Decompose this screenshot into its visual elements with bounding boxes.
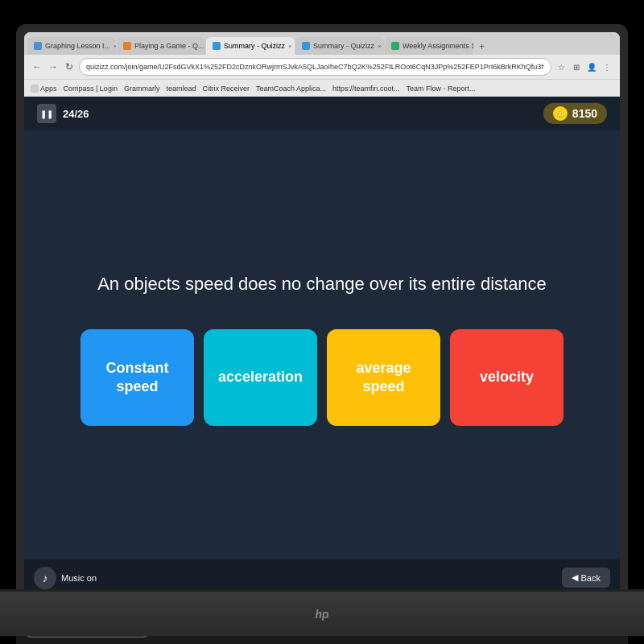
question-area: An objects speed does no change over its… <box>24 130 620 559</box>
bookmark-star-icon[interactable]: ☆ <box>555 60 568 73</box>
tab-playing-icon <box>123 42 131 50</box>
laptop-frame: Graphing Lesson I... × Playing a Game - … <box>16 24 628 596</box>
tab-summary2-label: Summary - Quizizz <box>313 42 374 50</box>
forward-nav-button[interactable]: → <box>47 60 60 73</box>
back-label: Back <box>581 573 601 583</box>
bookmark-teamlead[interactable]: teamlead <box>166 85 196 93</box>
bookmark-teamcoach[interactable]: TeamCoach Applica... <box>256 85 326 93</box>
tab-summary-1[interactable]: Summary - Quizizz × <box>206 37 295 55</box>
tab-graphing[interactable]: Graphing Lesson I... × <box>27 37 116 55</box>
tab-graphing-close[interactable]: × <box>114 43 116 50</box>
bookmark-grammarly[interactable]: Grammarly <box>124 85 160 93</box>
tab-weekly[interactable]: Weekly Assignments 1/2... × <box>385 37 473 55</box>
bookmark-apps-icon <box>31 85 39 93</box>
score-badge: 🪙 8150 <box>543 103 607 124</box>
pause-button[interactable]: ❚❚ <box>37 104 56 123</box>
pause-icon: ❚❚ <box>40 109 53 118</box>
address-input[interactable] <box>79 58 551 76</box>
music-button[interactable]: ♪ Music on <box>34 567 97 589</box>
answer-card-4[interactable]: velocity <box>450 329 564 426</box>
bookmark-teamflow[interactable]: Team Flow - Report... <box>407 85 476 93</box>
answer-card-3[interactable]: average speed <box>327 329 440 426</box>
tab-graphing-label: Graphing Lesson I... <box>45 42 110 50</box>
tab-summary2-close[interactable]: × <box>378 43 382 50</box>
answer-text-4: velocity <box>480 368 534 386</box>
tab-playing-label: Playing a Game - Q... <box>134 42 204 50</box>
tab-graphing-icon <box>34 42 42 50</box>
tab-playing[interactable]: Playing a Game - Q... × <box>117 37 205 55</box>
answer-card-2[interactable]: acceleration <box>204 329 317 426</box>
screen-bezel: Graphing Lesson I... × Playing a Game - … <box>24 32 620 596</box>
tab-summary1-close[interactable]: × <box>288 43 292 50</box>
bookmark-compass[interactable]: Compass | Login <box>64 85 118 93</box>
bookmarks-bar: Apps Compass | Login Grammarly teamlead … <box>24 79 620 97</box>
tab-weekly-label: Weekly Assignments 1/2... <box>402 42 473 50</box>
address-bar-row: ← → ↻ ☆ ⊞ 👤 ⋮ <box>24 55 620 79</box>
tab-summary-2[interactable]: Summary - Quizizz × <box>295 37 384 55</box>
laptop-bottom: hp <box>0 592 644 636</box>
answer-text-2: acceleration <box>218 368 303 386</box>
browser-chrome: Graphing Lesson I... × Playing a Game - … <box>24 32 620 97</box>
game-content: ❚❚ 24/26 🪙 8150 An objects speed does no… <box>24 97 620 596</box>
answer-text-1: Constant speed <box>93 359 181 397</box>
coin-icon: 🪙 <box>553 106 568 121</box>
game-controls-left: ❚❚ 24/26 <box>37 104 89 123</box>
tab-summary1-icon <box>213 42 221 50</box>
menu-icon[interactable]: ⋮ <box>601 60 613 73</box>
music-icon: ♪ <box>34 567 56 589</box>
answers-grid: Constant speed acceleration average spee… <box>72 329 572 426</box>
tab-weekly-icon <box>391 42 399 50</box>
browser-actions: ☆ ⊞ 👤 ⋮ <box>555 60 613 73</box>
bookmark-citrix[interactable]: Citrix Receiver <box>202 85 250 93</box>
new-tab-button[interactable]: + <box>474 39 489 55</box>
tab-summary1-label: Summary - Quizizz <box>224 42 285 50</box>
tab-summary2-icon <box>302 42 310 50</box>
music-label: Music on <box>61 573 97 583</box>
extensions-icon[interactable]: ⊞ <box>570 60 583 73</box>
refresh-button[interactable]: ↻ <box>63 60 76 73</box>
question-text: An objects speed does no change over its… <box>97 272 547 297</box>
answer-text-3: average speed <box>340 359 427 397</box>
bookmark-apps[interactable]: Apps <box>31 85 57 93</box>
back-arrow-icon: ◀ <box>572 572 578 583</box>
back-button[interactable]: ◀ Back <box>562 568 610 588</box>
score-value: 8150 <box>572 107 597 120</box>
back-nav-button[interactable]: ← <box>31 60 43 73</box>
hp-logo: hp <box>315 608 328 621</box>
question-count: 24/26 <box>63 108 89 120</box>
profile-icon[interactable]: 👤 <box>585 60 598 73</box>
tab-bar: Graphing Lesson I... × Playing a Game - … <box>24 32 620 55</box>
answer-card-1[interactable]: Constant speed <box>80 329 194 426</box>
game-topbar: ❚❚ 24/26 🪙 8150 <box>24 97 620 130</box>
bookmark-teamfin[interactable]: https://teamfin.coot... <box>332 85 400 93</box>
